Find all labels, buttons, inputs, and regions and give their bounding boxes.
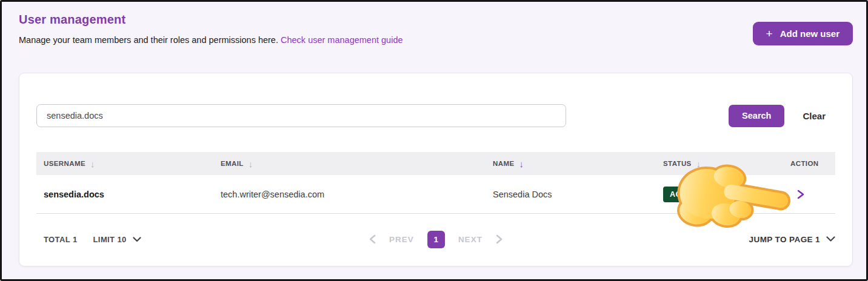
users-table: USERNAME ↓ EMAIL ↓ NAME ↓ STATUS ↓ ACTIO… xyxy=(36,152,835,214)
sort-arrow-icon[interactable]: ↓ xyxy=(696,159,701,169)
chevron-left-icon[interactable] xyxy=(369,234,376,244)
user-table-card: Search Clear USERNAME ↓ EMAIL ↓ NAME ↓ S… xyxy=(19,73,853,266)
cell-status: ACTIVE xyxy=(656,187,783,202)
add-new-user-label: Add new user xyxy=(780,28,840,39)
column-header-action: ACTION xyxy=(783,160,835,167)
status-badge: ACTIVE xyxy=(663,187,706,202)
table-row: sensedia.docs tech.writer@sensedia.com S… xyxy=(36,175,835,214)
footer-left: TOTAL 1 LIMIT 10 xyxy=(36,234,141,245)
plus-icon: + xyxy=(766,28,773,39)
clear-button[interactable]: Clear xyxy=(803,111,826,121)
cell-username: sensedia.docs xyxy=(36,190,213,199)
page-title: User management xyxy=(19,13,849,27)
pagination: PREV 1 NEXT xyxy=(369,231,502,248)
subtitle-text: Manage your team members and their roles… xyxy=(19,35,278,45)
search-input[interactable] xyxy=(36,104,566,127)
column-header-username[interactable]: USERNAME ↓ xyxy=(36,159,213,169)
sort-arrow-icon[interactable]: ↓ xyxy=(249,159,253,169)
sort-arrow-icon[interactable]: ↓ xyxy=(90,159,95,169)
jump-to-page-label: JUMP TO PAGE 1 xyxy=(749,235,820,244)
chevron-down-icon xyxy=(826,234,835,245)
cell-action xyxy=(783,190,835,199)
user-management-page: User management Manage your team members… xyxy=(0,0,868,281)
cell-email: tech.writer@sensedia.com xyxy=(213,190,486,199)
user-management-guide-link[interactable]: Check user management guide xyxy=(281,35,403,45)
column-header-name[interactable]: NAME ↓ xyxy=(486,159,656,169)
page-header: User management Manage your team members… xyxy=(2,2,866,45)
current-page-button[interactable]: 1 xyxy=(427,231,445,248)
footer-right: JUMP TO PAGE 1 xyxy=(749,234,835,245)
next-button[interactable]: NEXT xyxy=(458,235,482,244)
limit-selector[interactable]: LIMIT 10 xyxy=(93,234,141,245)
limit-label: LIMIT 10 xyxy=(93,235,127,244)
column-header-status[interactable]: STATUS ↓ xyxy=(656,159,783,169)
prev-button[interactable]: PREV xyxy=(389,235,414,244)
page-subtitle: Manage your team members and their roles… xyxy=(19,35,849,45)
chevron-right-icon[interactable] xyxy=(496,234,502,244)
table-header-row: USERNAME ↓ EMAIL ↓ NAME ↓ STATUS ↓ ACTIO… xyxy=(36,152,835,175)
search-button[interactable]: Search xyxy=(729,105,784,127)
sort-arrow-icon-active[interactable]: ↓ xyxy=(519,159,524,169)
chevron-down-icon xyxy=(133,234,141,245)
cell-name: Sensedia Docs xyxy=(486,190,656,199)
table-footer: TOTAL 1 LIMIT 10 PREV 1 xyxy=(36,226,835,253)
add-new-user-button[interactable]: + Add new user xyxy=(753,22,853,45)
row-detail-chevron-right-icon[interactable] xyxy=(796,190,805,199)
total-count: TOTAL 1 xyxy=(44,235,78,244)
column-header-email[interactable]: EMAIL ↓ xyxy=(213,159,486,169)
jump-to-page-selector[interactable]: JUMP TO PAGE 1 xyxy=(749,234,835,245)
search-row: Search Clear xyxy=(36,104,835,127)
